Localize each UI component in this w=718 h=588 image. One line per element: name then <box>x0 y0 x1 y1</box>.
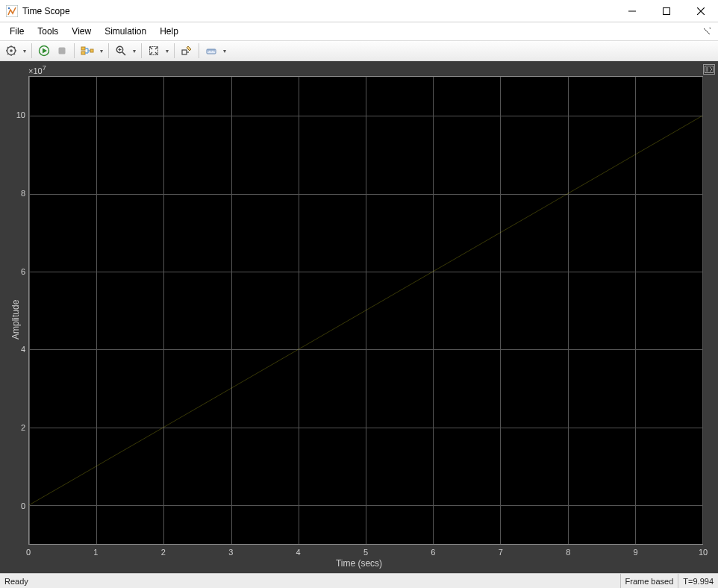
menu-overflow-icon[interactable] <box>699 27 715 36</box>
window-title: Time Scope <box>22 6 615 16</box>
close-button[interactable] <box>684 0 718 22</box>
toolbar-separator <box>108 43 109 58</box>
status-framing: Frame based <box>620 574 678 588</box>
y-axis-exponent: ×107 <box>28 64 46 75</box>
svg-point-4 <box>10 49 13 52</box>
svg-rect-2 <box>664 7 670 14</box>
y-tick-label: 4 <box>3 345 25 354</box>
status-ready: Ready <box>0 577 620 586</box>
toolbar-separator <box>141 43 142 58</box>
svg-point-1 <box>8 7 10 8</box>
measurements-button[interactable] <box>203 43 219 59</box>
x-tick-label: 9 <box>634 548 638 557</box>
configuration-dropdown-icon[interactable]: ▾ <box>22 48 28 54</box>
scope-legend-toggle-icon[interactable] <box>703 64 715 75</box>
titlebar: Time Scope <box>0 0 718 22</box>
statusbar: Ready Frame based T=9.994 <box>0 573 718 588</box>
toolbar-separator <box>174 43 175 58</box>
plot-panel[interactable] <box>28 76 703 545</box>
zoom-button[interactable] <box>113 43 129 59</box>
y-axis-label: Amplitude <box>10 300 21 340</box>
stop-button[interactable] <box>54 43 70 59</box>
x-tick-label: 4 <box>296 548 301 557</box>
svg-rect-6 <box>59 48 66 54</box>
autoscale-button[interactable] <box>146 43 162 59</box>
svg-rect-12 <box>182 50 187 54</box>
y-axis-exponent-base: ×10 <box>28 66 43 75</box>
menu-view[interactable]: View <box>65 24 98 39</box>
x-tick-label: 5 <box>363 548 368 557</box>
highlight-simulink-button[interactable] <box>178 43 195 59</box>
y-tick-label: 10 <box>3 110 25 119</box>
toolbar-separator <box>199 43 199 58</box>
y-axis-exponent-power: 7 <box>43 64 46 72</box>
run-button[interactable] <box>36 43 52 59</box>
toolbar: ▾ ▾ ▾ ▾ <box>0 40 718 61</box>
toolbar-separator <box>74 43 75 58</box>
zoom-dropdown-icon[interactable]: ▾ <box>131 48 137 54</box>
svg-line-15 <box>29 116 702 505</box>
x-tick-label: 0 <box>26 548 31 557</box>
x-tick-label: 10 <box>699 548 708 557</box>
svg-rect-9 <box>90 49 93 52</box>
toolbar-separator <box>31 43 32 58</box>
y-tick-label: 2 <box>3 423 25 432</box>
maximize-button[interactable] <box>649 0 684 22</box>
x-tick-label: 6 <box>431 548 435 557</box>
menu-help[interactable]: Help <box>153 24 185 39</box>
signal-selector-button[interactable] <box>78 43 96 59</box>
x-tick-label: 1 <box>93 548 98 557</box>
x-tick-label: 7 <box>499 548 503 557</box>
y-tick-label: 6 <box>3 267 25 276</box>
measurements-dropdown-icon[interactable]: ▾ <box>222 48 228 54</box>
svg-rect-7 <box>81 47 85 50</box>
y-tick-label: 0 <box>3 501 25 510</box>
menubar: File Tools View Simulation Help <box>0 22 718 40</box>
x-tick-label: 8 <box>566 548 570 557</box>
autoscale-dropdown-icon[interactable]: ▾ <box>164 48 170 54</box>
x-tick-label: 2 <box>161 548 166 557</box>
menu-tools[interactable]: Tools <box>31 24 65 39</box>
x-tick-label: 3 <box>228 548 233 557</box>
status-time: T=9.994 <box>678 574 718 588</box>
app-icon <box>6 5 18 17</box>
minimize-button[interactable] <box>615 0 649 22</box>
svg-rect-8 <box>81 51 85 54</box>
signal-trace <box>29 77 702 544</box>
configuration-button[interactable] <box>3 43 19 59</box>
menu-simulation[interactable]: Simulation <box>98 24 153 39</box>
menu-file[interactable]: File <box>3 24 31 39</box>
grid-line <box>702 77 703 544</box>
scope-area: ×107 0 1 2 3 4 5 6 7 8 <box>0 61 718 573</box>
y-tick-label: 8 <box>3 189 25 198</box>
x-axis-label: Time (secs) <box>336 558 382 569</box>
signal-selector-dropdown-icon[interactable]: ▾ <box>99 48 104 54</box>
